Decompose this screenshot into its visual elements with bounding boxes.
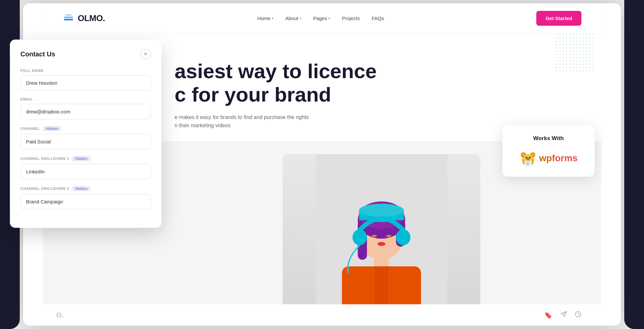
- bottom-strip: o. 🔖: [43, 304, 601, 326]
- input-email[interactable]: [20, 104, 151, 119]
- wpforms-bear-icon: [519, 150, 537, 167]
- nav-item-home[interactable]: Home ▾: [257, 15, 273, 21]
- hidden-badge-drilldown1: Hidden: [72, 156, 91, 161]
- svg-point-14: [359, 204, 404, 217]
- input-fullname[interactable]: [20, 75, 151, 91]
- nav-item-faqs[interactable]: FAQs: [372, 15, 384, 21]
- nav-item-pages[interactable]: Pages ▾: [313, 15, 330, 21]
- clock-icon[interactable]: [575, 311, 581, 319]
- svg-rect-36: [526, 163, 529, 164]
- contact-modal: Contact Us × FULL NAME EMAIL CHANNEL Hid…: [10, 40, 161, 228]
- nav-links: Home ▾ About ▾ Pages ▾ Projects: [257, 15, 384, 21]
- svg-rect-37: [526, 164, 530, 165]
- svg-rect-0: [64, 19, 73, 20]
- svg-point-18: [386, 235, 391, 237]
- label-drilldown2: CHANNEL DRILLDOWN 2 Hidden: [20, 186, 151, 191]
- hero-text: asiest way to licence c for your brand e…: [175, 53, 575, 130]
- send-icon[interactable]: [560, 311, 567, 319]
- label-fullname: FULL NAME: [20, 69, 151, 73]
- input-channel[interactable]: [20, 134, 151, 149]
- svg-point-17: [372, 235, 377, 237]
- frame-right: [624, 0, 644, 329]
- svg-point-19: [378, 242, 385, 246]
- hidden-badge-channel: Hidden: [42, 126, 61, 131]
- logo: OLMO.: [63, 12, 105, 24]
- svg-rect-35: [526, 162, 530, 163]
- hero-subtitle: e makes it easy for brands to find and p…: [175, 113, 339, 130]
- works-with-card: Works With: [502, 125, 595, 177]
- svg-point-33: [527, 159, 529, 160]
- chevron-icon: ▾: [299, 16, 301, 20]
- svg-rect-2: [65, 14, 72, 16]
- girl-illustration: [316, 154, 447, 326]
- input-drilldown1[interactable]: [20, 164, 151, 179]
- watermark-logo: o.: [56, 309, 64, 320]
- hero-title: asiest way to licence c for your brand: [175, 59, 405, 106]
- nav-link-faqs[interactable]: FAQs: [372, 15, 384, 21]
- nav-link-home[interactable]: Home ▾: [257, 15, 273, 21]
- logo-icon: [63, 12, 74, 24]
- navbar: OLMO. Home ▾ About ▾ Pages ▾: [43, 3, 601, 33]
- form-group-email: EMAIL: [20, 97, 151, 119]
- logo-text: OLMO.: [78, 13, 105, 23]
- chevron-icon: ▾: [272, 16, 273, 20]
- input-drilldown2[interactable]: [20, 194, 151, 209]
- hidden-badge-drilldown2: Hidden: [72, 186, 91, 191]
- label-channel: CHANNEL Hidden: [20, 126, 151, 131]
- nav-link-projects[interactable]: Projects: [342, 15, 360, 21]
- nav-link-about[interactable]: About ▾: [285, 15, 301, 21]
- svg-rect-1: [64, 16, 73, 18]
- wpforms-brand-text: wpforms: [539, 153, 578, 164]
- modal-close-button[interactable]: ×: [140, 49, 151, 59]
- form-group-channel: CHANNEL Hidden: [20, 126, 151, 149]
- chevron-icon: ▾: [328, 16, 330, 20]
- form-group-drilldown1: CHANNEL DRILLDOWN 1 Hidden: [20, 156, 151, 179]
- svg-point-30: [525, 157, 527, 159]
- nav-item-projects[interactable]: Projects: [342, 15, 360, 21]
- girl-image-container: [283, 154, 480, 326]
- svg-point-31: [529, 157, 530, 159]
- modal-header: Contact Us ×: [20, 49, 151, 59]
- label-drilldown1: CHANNEL DRILLDOWN 1 Hidden: [20, 156, 151, 161]
- bookmark-icon[interactable]: 🔖: [544, 311, 552, 319]
- nav-link-pages[interactable]: Pages ▾: [313, 15, 330, 21]
- label-email: EMAIL: [20, 97, 151, 101]
- works-with-title: Works With: [510, 135, 587, 142]
- form-group-fullname: FULL NAME: [20, 69, 151, 91]
- nav-item-about[interactable]: About ▾: [285, 15, 301, 21]
- form-group-drilldown2: CHANNEL DRILLDOWN 2 Hidden: [20, 186, 151, 209]
- wpforms-logo: wpforms: [510, 150, 587, 167]
- get-started-button[interactable]: Get Started: [536, 11, 581, 26]
- modal-title: Contact Us: [20, 50, 55, 58]
